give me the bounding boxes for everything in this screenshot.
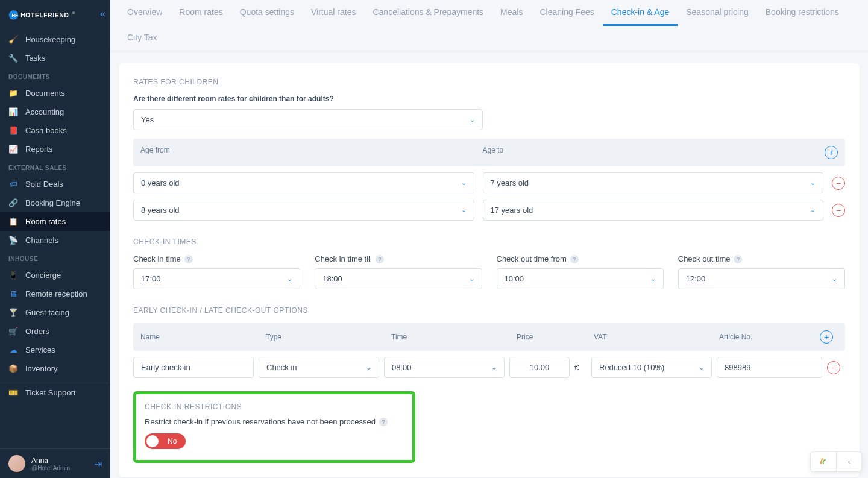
- option-row: Check in⌄ 08:00⌄ € Reduced 10 (10%)⌄ −: [133, 357, 845, 378]
- tab-quota-settings[interactable]: Quota settings: [231, 0, 303, 26]
- widget-leaf-icon[interactable]: [811, 452, 836, 471]
- help-icon[interactable]: ?: [379, 418, 388, 426]
- add-age-row-button[interactable]: +: [825, 146, 838, 159]
- svg-text:HOTELFRIEND: HOTELFRIEND: [20, 12, 69, 19]
- avatar[interactable]: [8, 455, 25, 472]
- sidebar-item-remote-reception[interactable]: 🖥Remote reception: [0, 285, 110, 303]
- tab-city-tax[interactable]: City Tax: [119, 25, 166, 51]
- tab-meals[interactable]: Meals: [492, 0, 531, 26]
- sidebar-item-accounting[interactable]: 📊Accounting: [0, 102, 110, 121]
- age-from-select[interactable]: 8 years old⌄: [133, 200, 474, 221]
- sidebar-item-orders[interactable]: 🛒Orders: [0, 322, 110, 341]
- logout-icon[interactable]: ⇥: [94, 458, 102, 470]
- time-field: Check out time from?10:00⌄: [497, 254, 664, 289]
- sidebar-item-housekeeping[interactable]: 🧹Housekeeping: [0, 30, 110, 49]
- option-name-input[interactable]: [133, 357, 254, 378]
- brand-logo[interactable]: HFHOTELFRIEND® «: [0, 0, 110, 30]
- sidebar-item-cash-books[interactable]: 📕Cash books: [0, 121, 110, 140]
- option-price-input[interactable]: [509, 357, 570, 378]
- age-row: 8 years old⌄17 years old⌄−: [133, 200, 845, 221]
- sidebar-item-label: Sold Deals: [25, 180, 63, 189]
- sold-deals-icon: 🏷: [8, 180, 18, 189]
- sidebar-item-documents[interactable]: 📁Documents: [0, 84, 110, 102]
- section-checkin-times: CHECK-IN TIMES: [133, 237, 845, 246]
- remove-option-button[interactable]: −: [827, 361, 840, 374]
- children-rates-question: Are there different room rates for child…: [133, 95, 845, 103]
- option-article-input[interactable]: [717, 357, 822, 378]
- time-label: Check out time from?: [497, 254, 664, 263]
- remove-age-row-button[interactable]: −: [832, 204, 845, 217]
- tab-cleaning-fees[interactable]: Cleaning Fees: [531, 0, 602, 26]
- help-icon[interactable]: ?: [184, 255, 193, 263]
- sidebar-nav: 🧹Housekeeping🔧Tasks DOCUMENTS 📁Documents…: [0, 30, 110, 448]
- tab-cancellations-prepayments[interactable]: Cancellations & Prepayments: [364, 0, 492, 26]
- children-rates-select[interactable]: Yes ⌄: [133, 109, 483, 130]
- sidebar-item-concierge[interactable]: 📱Concierge: [0, 266, 110, 285]
- svg-text:®: ®: [72, 11, 75, 15]
- sidebar-item-tasks[interactable]: 🔧Tasks: [0, 49, 110, 68]
- tab-virtual-rates[interactable]: Virtual rates: [303, 0, 364, 26]
- sidebar-item-reports[interactable]: 📈Reports: [0, 140, 110, 159]
- option-time-select[interactable]: 08:00⌄: [384, 357, 505, 378]
- sidebar-item-label: Guest facing: [25, 308, 69, 317]
- concierge-icon: 📱: [8, 271, 18, 280]
- sidebar-item-label: Services: [25, 345, 55, 354]
- sidebar-item-channels[interactable]: 📡Channels: [0, 231, 110, 250]
- restrict-toggle[interactable]: No: [145, 433, 186, 449]
- option-vat-select[interactable]: Reduced 10 (10%)⌄: [591, 357, 712, 378]
- widget-collapse-icon[interactable]: ‹: [836, 452, 861, 471]
- sidebar-item-inventory[interactable]: 📦Inventory: [0, 359, 110, 378]
- help-icon[interactable]: ?: [376, 255, 384, 263]
- sidebar-footer: Anna @Hotel Admin ⇥: [0, 448, 110, 478]
- tabs: OverviewRoom ratesQuota settingsVirtual …: [110, 0, 868, 51]
- time-label: Check in time?: [133, 254, 300, 263]
- col-age-from: Age from: [140, 146, 483, 159]
- tab-overview[interactable]: Overview: [119, 0, 171, 26]
- sidebar-item-room-rates[interactable]: 📋Room rates: [0, 212, 110, 231]
- chevron-down-icon: ⌄: [810, 206, 816, 214]
- add-option-row-button[interactable]: +: [820, 330, 833, 344]
- services-icon: ☁: [8, 345, 18, 354]
- option-type-select[interactable]: Check in⌄: [259, 357, 379, 378]
- ticket-icon: 🎫: [8, 388, 18, 397]
- sidebar-item-booking-engine[interactable]: 🔗Booking Engine: [0, 193, 110, 212]
- age-to-select[interactable]: 17 years old⌄: [483, 200, 824, 221]
- sidebar-item-label: Documents: [25, 89, 65, 98]
- time-select[interactable]: 12:00⌄: [678, 268, 845, 289]
- reports-icon: 📈: [8, 145, 18, 154]
- time-field: Check out time?12:00⌄: [678, 254, 845, 289]
- currency-label: €: [574, 363, 587, 372]
- time-select[interactable]: 17:00⌄: [133, 268, 300, 289]
- section-inhouse: INHOUSE: [0, 250, 110, 266]
- sidebar-item-guest-facing[interactable]: 🍸Guest facing: [0, 303, 110, 322]
- tab-room-rates[interactable]: Room rates: [171, 0, 231, 26]
- sidebar-item-label: Orders: [25, 327, 49, 336]
- user-role: @Hotel Admin: [31, 465, 88, 471]
- sidebar-item-services[interactable]: ☁Services: [0, 341, 110, 359]
- tab-booking-restrictions[interactable]: Booking restrictions: [757, 0, 848, 26]
- remove-age-row-button[interactable]: −: [832, 177, 845, 190]
- tab-check-in-age[interactable]: Check-in & Age: [603, 0, 678, 26]
- sidebar-item-label: Reports: [25, 145, 53, 154]
- documents-icon: 📁: [8, 89, 18, 98]
- sidebar-item-ticket-support[interactable]: 🎫 Ticket Support: [0, 383, 110, 402]
- age-to-select[interactable]: 7 years old⌄: [483, 172, 824, 193]
- collapse-sidebar-icon[interactable]: «: [100, 8, 105, 19]
- chevron-down-icon: ⌄: [461, 179, 467, 187]
- chevron-down-icon: ⌄: [469, 275, 474, 283]
- sidebar-item-label: Channels: [25, 236, 58, 245]
- toggle-value: No: [168, 437, 177, 445]
- age-from-select[interactable]: 0 years old⌄: [133, 172, 474, 193]
- time-select[interactable]: 18:00⌄: [315, 268, 482, 289]
- floating-widget[interactable]: ‹: [810, 451, 862, 472]
- sidebar-item-sold-deals[interactable]: 🏷Sold Deals: [0, 175, 110, 193]
- help-icon[interactable]: ?: [570, 255, 579, 263]
- sidebar: HFHOTELFRIEND® « 🧹Housekeeping🔧Tasks DOC…: [0, 0, 110, 478]
- help-icon[interactable]: ?: [734, 255, 742, 263]
- section-external: EXTERNAL SALES: [0, 159, 110, 175]
- chevron-down-icon: ⌄: [491, 363, 497, 371]
- orders-icon: 🛒: [8, 327, 18, 336]
- time-select[interactable]: 10:00⌄: [497, 268, 664, 289]
- inventory-icon: 📦: [8, 364, 18, 373]
- tab-seasonal-pricing[interactable]: Seasonal pricing: [678, 0, 757, 26]
